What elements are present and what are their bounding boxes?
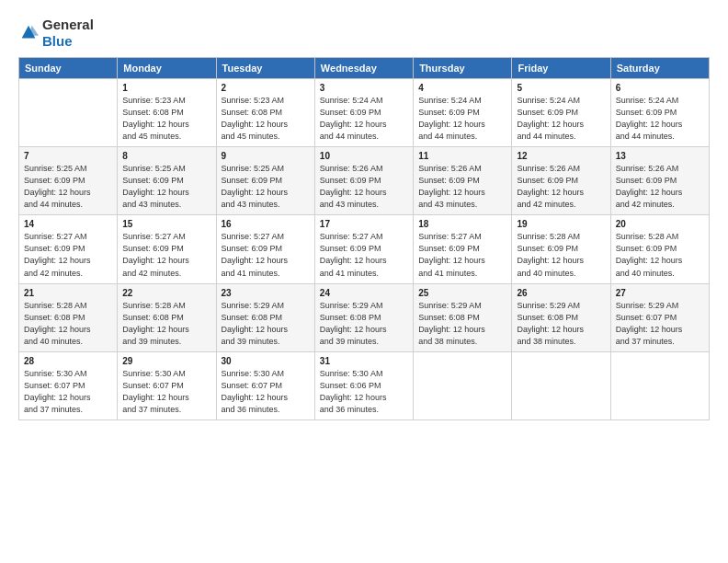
day-number: 2 — [222, 83, 310, 93]
calendar-cell: 6Sunrise: 5:24 AMSunset: 6:09 PMDaylight… — [610, 79, 709, 147]
day-info: Sunrise: 5:28 AMSunset: 6:09 PMDaylight:… — [517, 231, 605, 279]
weekday-header-tuesday: Tuesday — [216, 58, 314, 79]
weekday-header-saturday: Saturday — [610, 58, 709, 79]
calendar-cell: 11Sunrise: 5:26 AMSunset: 6:09 PMDayligh… — [414, 147, 512, 215]
calendar-cell: 9Sunrise: 5:25 AMSunset: 6:09 PMDaylight… — [216, 147, 314, 215]
calendar-cell: 26Sunrise: 5:29 AMSunset: 6:08 PMDayligh… — [512, 283, 610, 351]
day-number: 14 — [24, 219, 112, 229]
day-info: Sunrise: 5:26 AMSunset: 6:09 PMDaylight:… — [418, 163, 506, 211]
day-info: Sunrise: 5:23 AMSunset: 6:08 PMDaylight:… — [122, 95, 210, 143]
day-info: Sunrise: 5:25 AMSunset: 6:09 PMDaylight:… — [222, 163, 310, 211]
day-info: Sunrise: 5:27 AMSunset: 6:09 PMDaylight:… — [418, 231, 506, 279]
day-info: Sunrise: 5:25 AMSunset: 6:09 PMDaylight:… — [24, 163, 112, 211]
calendar-table: SundayMondayTuesdayWednesdayThursdayFrid… — [18, 57, 710, 420]
calendar-cell: 12Sunrise: 5:26 AMSunset: 6:09 PMDayligh… — [512, 147, 610, 215]
day-number: 20 — [616, 219, 704, 229]
calendar-cell: 21Sunrise: 5:28 AMSunset: 6:08 PMDayligh… — [19, 283, 118, 351]
calendar-cell — [512, 351, 610, 419]
day-number: 5 — [517, 83, 605, 93]
day-info: Sunrise: 5:29 AMSunset: 6:08 PMDaylight:… — [222, 300, 310, 348]
weekday-header-wednesday: Wednesday — [314, 58, 413, 79]
day-number: 26 — [517, 288, 605, 298]
calendar-cell: 4Sunrise: 5:24 AMSunset: 6:09 PMDaylight… — [414, 79, 512, 147]
calendar-cell: 27Sunrise: 5:29 AMSunset: 6:07 PMDayligh… — [610, 283, 709, 351]
calendar-cell: 3Sunrise: 5:24 AMSunset: 6:09 PMDaylight… — [314, 79, 413, 147]
calendar-cell: 8Sunrise: 5:25 AMSunset: 6:09 PMDaylight… — [118, 147, 216, 215]
day-info: Sunrise: 5:30 AMSunset: 6:07 PMDaylight:… — [222, 368, 310, 416]
day-info: Sunrise: 5:28 AMSunset: 6:08 PMDaylight:… — [122, 300, 210, 348]
day-number: 6 — [616, 83, 704, 93]
day-info: Sunrise: 5:29 AMSunset: 6:07 PMDaylight:… — [616, 300, 704, 348]
calendar-cell: 29Sunrise: 5:30 AMSunset: 6:07 PMDayligh… — [118, 351, 216, 419]
day-number: 24 — [320, 288, 408, 298]
day-number: 13 — [616, 151, 704, 161]
weekday-header-thursday: Thursday — [414, 58, 512, 79]
logo: General Blue — [18, 17, 94, 50]
day-info: Sunrise: 5:24 AMSunset: 6:09 PMDaylight:… — [320, 95, 408, 143]
calendar-cell — [19, 79, 118, 147]
day-info: Sunrise: 5:30 AMSunset: 6:07 PMDaylight:… — [122, 368, 210, 416]
day-number: 8 — [122, 151, 210, 161]
day-number: 31 — [320, 356, 408, 366]
weekday-header-friday: Friday — [512, 58, 610, 79]
calendar-cell — [610, 351, 709, 419]
day-number: 30 — [222, 356, 310, 366]
day-number: 25 — [418, 288, 506, 298]
day-number: 4 — [418, 83, 506, 93]
calendar-cell: 1Sunrise: 5:23 AMSunset: 6:08 PMDaylight… — [118, 79, 216, 147]
day-info: Sunrise: 5:29 AMSunset: 6:08 PMDaylight:… — [418, 300, 506, 348]
day-info: Sunrise: 5:24 AMSunset: 6:09 PMDaylight:… — [418, 95, 506, 143]
day-number: 15 — [122, 219, 210, 229]
calendar-cell: 14Sunrise: 5:27 AMSunset: 6:09 PMDayligh… — [19, 215, 118, 283]
day-info: Sunrise: 5:27 AMSunset: 6:09 PMDaylight:… — [320, 231, 408, 279]
calendar-cell: 19Sunrise: 5:28 AMSunset: 6:09 PMDayligh… — [512, 215, 610, 283]
calendar-cell: 25Sunrise: 5:29 AMSunset: 6:08 PMDayligh… — [414, 283, 512, 351]
calendar-cell: 20Sunrise: 5:28 AMSunset: 6:09 PMDayligh… — [610, 215, 709, 283]
day-number: 21 — [24, 288, 112, 298]
day-info: Sunrise: 5:29 AMSunset: 6:08 PMDaylight:… — [517, 300, 605, 348]
day-number: 28 — [24, 356, 112, 366]
calendar-cell: 17Sunrise: 5:27 AMSunset: 6:09 PMDayligh… — [314, 215, 413, 283]
calendar-cell: 23Sunrise: 5:29 AMSunset: 6:08 PMDayligh… — [216, 283, 314, 351]
day-number: 16 — [222, 219, 310, 229]
day-info: Sunrise: 5:26 AMSunset: 6:09 PMDaylight:… — [517, 163, 605, 211]
day-info: Sunrise: 5:26 AMSunset: 6:09 PMDaylight:… — [616, 163, 704, 211]
day-number: 3 — [320, 83, 408, 93]
weekday-header-sunday: Sunday — [19, 58, 118, 79]
day-info: Sunrise: 5:28 AMSunset: 6:08 PMDaylight:… — [24, 300, 112, 348]
day-info: Sunrise: 5:24 AMSunset: 6:09 PMDaylight:… — [517, 95, 605, 143]
day-number: 27 — [616, 288, 704, 298]
logo-general: General — [42, 17, 94, 32]
calendar-cell: 15Sunrise: 5:27 AMSunset: 6:09 PMDayligh… — [118, 215, 216, 283]
day-number: 1 — [122, 83, 210, 93]
day-info: Sunrise: 5:24 AMSunset: 6:09 PMDaylight:… — [616, 95, 704, 143]
day-number: 7 — [24, 151, 112, 161]
calendar-cell: 18Sunrise: 5:27 AMSunset: 6:09 PMDayligh… — [414, 215, 512, 283]
day-info: Sunrise: 5:27 AMSunset: 6:09 PMDaylight:… — [222, 231, 310, 279]
day-info: Sunrise: 5:23 AMSunset: 6:08 PMDaylight:… — [222, 95, 310, 143]
weekday-header-monday: Monday — [118, 58, 216, 79]
logo-blue: Blue — [42, 33, 73, 49]
day-number: 18 — [418, 219, 506, 229]
day-number: 12 — [517, 151, 605, 161]
day-number: 10 — [320, 151, 408, 161]
calendar-cell: 30Sunrise: 5:30 AMSunset: 6:07 PMDayligh… — [216, 351, 314, 419]
day-info: Sunrise: 5:25 AMSunset: 6:09 PMDaylight:… — [122, 163, 210, 211]
calendar-cell: 2Sunrise: 5:23 AMSunset: 6:08 PMDaylight… — [216, 79, 314, 147]
day-info: Sunrise: 5:30 AMSunset: 6:06 PMDaylight:… — [320, 368, 408, 416]
day-number: 9 — [222, 151, 310, 161]
day-info: Sunrise: 5:28 AMSunset: 6:09 PMDaylight:… — [616, 231, 704, 279]
day-number: 17 — [320, 219, 408, 229]
calendar-cell — [414, 351, 512, 419]
day-number: 22 — [122, 288, 210, 298]
calendar-cell: 24Sunrise: 5:29 AMSunset: 6:08 PMDayligh… — [314, 283, 413, 351]
day-number: 19 — [517, 219, 605, 229]
day-info: Sunrise: 5:26 AMSunset: 6:09 PMDaylight:… — [320, 163, 408, 211]
calendar-cell: 13Sunrise: 5:26 AMSunset: 6:09 PMDayligh… — [610, 147, 709, 215]
day-info: Sunrise: 5:29 AMSunset: 6:08 PMDaylight:… — [320, 300, 408, 348]
calendar-cell: 28Sunrise: 5:30 AMSunset: 6:07 PMDayligh… — [19, 351, 118, 419]
day-info: Sunrise: 5:27 AMSunset: 6:09 PMDaylight:… — [24, 231, 112, 279]
calendar-cell: 16Sunrise: 5:27 AMSunset: 6:09 PMDayligh… — [216, 215, 314, 283]
day-number: 23 — [222, 288, 310, 298]
calendar-cell: 7Sunrise: 5:25 AMSunset: 6:09 PMDaylight… — [19, 147, 118, 215]
